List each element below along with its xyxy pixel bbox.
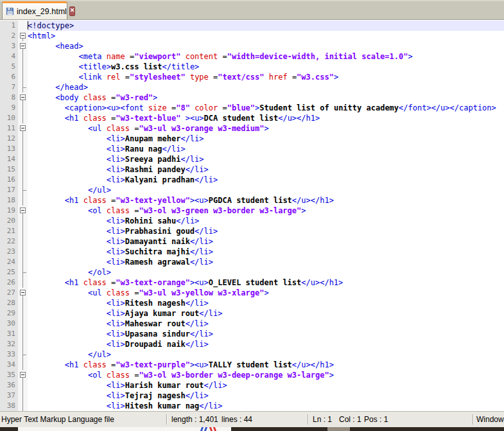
code-line[interactable]: 19<ol class ="w3-ol w3-green w3-border w… xyxy=(0,206,504,216)
code-line[interactable]: 14<li>Sreeya padhi</li> xyxy=(0,154,504,164)
taskbar-segment xyxy=(0,427,18,431)
code-line[interactable]: 37<li>Tejraj nagesh</li> xyxy=(0,391,504,401)
code-line[interactable]: 27<ul class ="w3-ul w3-yellow w3-xlarge"… xyxy=(0,288,504,298)
code-editor[interactable]: 1<!doctype>2<html>3<head>4<meta name ="v… xyxy=(0,21,504,411)
code-line[interactable]: 38<li>Hitesh kumar nag</li> xyxy=(0,401,504,411)
code-line[interactable]: 7</head> xyxy=(0,82,504,92)
code-text[interactable]: <ul class ="w3-ul w3-orange w3-medium"> xyxy=(28,123,504,134)
code-text[interactable]: <li>Ritesh nagesh</li> xyxy=(28,298,504,308)
line-number: 24 xyxy=(0,257,18,267)
code-line[interactable]: 24<li>Ramesh agrawal</li> xyxy=(0,257,504,267)
code-line[interactable]: 2<html> xyxy=(0,31,504,41)
code-text[interactable]: <li>Ranu nag</li> xyxy=(28,144,504,154)
code-line[interactable]: 22<li>Damayanti naik</li> xyxy=(0,236,504,247)
code-text[interactable]: <li>Hitesh kumar nag</li> xyxy=(28,401,504,411)
line-number: 19 xyxy=(0,206,18,216)
code-text[interactable]: </ol> xyxy=(28,267,504,277)
code-text[interactable]: <!doctype> xyxy=(28,21,504,31)
line-number: 7 xyxy=(0,82,18,92)
code-line[interactable]: 35<ol class ="w3-ol w3-border w3-deep-or… xyxy=(0,370,504,380)
code-line[interactable]: 10<h1 class ="w3-text-blue" ><u>DCA stud… xyxy=(0,113,504,123)
fold-collapse-button[interactable] xyxy=(18,206,28,216)
code-text[interactable]: <li>Upasana sindur</li> xyxy=(28,329,504,339)
code-text[interactable]: <head> xyxy=(28,41,504,51)
code-line[interactable]: 33</ul> xyxy=(0,349,504,360)
code-line[interactable]: 18<h1 class ="w3-text-yellow"><u>PGDCA s… xyxy=(0,195,504,206)
line-number: 18 xyxy=(0,195,18,206)
code-text[interactable]: <li>Rohini sahu</li> xyxy=(28,216,504,226)
status-length: length : 1,401 xyxy=(171,415,218,424)
code-text[interactable]: <li>Maheswar rout</li> xyxy=(28,319,504,329)
code-text[interactable]: <li>Tejraj nagesh</li> xyxy=(28,391,504,401)
code-text[interactable]: </head> xyxy=(28,82,504,92)
code-text[interactable]: <caption><u><font size ="8" color ="blue… xyxy=(28,103,504,113)
code-line[interactable]: 26<h1 class ="w3-text-orange"><u>O_LEVEL… xyxy=(0,277,504,288)
line-number: 20 xyxy=(0,216,18,226)
fold-collapse-button[interactable] xyxy=(18,92,28,103)
line-number: 1 xyxy=(0,21,18,31)
code-text[interactable]: <li>Prabhasini goud</li> xyxy=(28,226,504,236)
fold-collapse-button[interactable] xyxy=(18,31,28,41)
status-doc-type: Hyper Text Markup Language file xyxy=(1,415,114,424)
line-number: 12 xyxy=(0,134,18,144)
taskbar-window-edge xyxy=(18,427,231,431)
code-text[interactable]: <ol class ="w3-ol w3-green w3-border w3-… xyxy=(28,206,504,216)
code-line[interactable]: 29<li>Ajaya kumar rout</li> xyxy=(0,308,504,319)
code-text[interactable]: <li>Droupadi naik</li> xyxy=(28,339,504,349)
code-line[interactable]: 5<title>w3.css list</title> xyxy=(0,62,504,72)
code-line[interactable]: 32<li>Droupadi naik</li> xyxy=(0,339,504,349)
code-line[interactable]: 23<li>Suchitra majhi</li> xyxy=(0,247,504,257)
code-text[interactable]: <h1 class ="w3-text-blue" ><u>DCA studen… xyxy=(28,113,504,123)
code-text[interactable]: <h1 class ="w3-text-yellow"><u>PGDCA stu… xyxy=(28,195,504,206)
code-line[interactable]: 12<li>Anupam meher</li> xyxy=(0,134,504,144)
code-text[interactable]: <li>Anupam meher</li> xyxy=(28,134,504,144)
code-line[interactable]: 20<li>Rohini sahu</li> xyxy=(0,216,504,226)
code-line[interactable]: 17</ul> xyxy=(0,185,504,195)
code-text[interactable]: <title>w3.css list</title> xyxy=(28,62,504,72)
code-line[interactable]: 11<ul class ="w3-ul w3-orange w3-medium"… xyxy=(0,123,504,134)
code-line[interactable]: 15<li>Rashmi pandey</li> xyxy=(0,164,504,175)
fold-collapse-button[interactable] xyxy=(18,288,28,298)
code-text[interactable]: <h1 class ="w3-text-purple"><u>TALLY stu… xyxy=(28,360,504,370)
fold-collapse-button[interactable] xyxy=(18,370,28,380)
code-line[interactable]: 36<li>Harish kumar rout</li> xyxy=(0,380,504,391)
code-text[interactable]: <h1 class ="w3-text-orange"><u>O_LEVEL s… xyxy=(28,277,504,288)
code-text[interactable]: <li>Sreeya padhi</li> xyxy=(28,154,504,164)
code-text[interactable]: <li>Suchitra majhi</li> xyxy=(28,247,504,257)
line-number: 22 xyxy=(0,236,18,247)
code-line[interactable]: 34<h1 class ="w3-text-purple"><u>TALLY s… xyxy=(0,360,504,370)
code-line[interactable]: 16<li>Kalyani pradhan</li> xyxy=(0,175,504,185)
code-line[interactable]: 13<li>Ranu nag</li> xyxy=(0,144,504,154)
code-line[interactable]: 31<li>Upasana sindur</li> xyxy=(0,329,504,339)
code-line[interactable]: 3<head> xyxy=(0,41,504,51)
code-text[interactable]: <html> xyxy=(28,31,504,41)
code-text[interactable]: <ol class ="w3-ol w3-border w3-deep-oran… xyxy=(28,370,504,380)
code-line[interactable]: 4<meta name ="viewport" content ="width=… xyxy=(0,51,504,62)
code-text[interactable]: </ul> xyxy=(28,185,504,195)
code-line[interactable]: 30<li>Maheswar rout</li> xyxy=(0,319,504,329)
code-text[interactable]: <li>Ajaya kumar rout</li> xyxy=(28,308,504,319)
code-line[interactable]: 21<li>Prabhasini goud</li> xyxy=(0,226,504,236)
code-text[interactable]: <body class ="w3-red"> xyxy=(28,92,504,103)
code-line[interactable]: 28<li>Ritesh nagesh</li> xyxy=(0,298,504,308)
code-line[interactable]: 1<!doctype> xyxy=(0,21,504,31)
code-text[interactable]: <li>Kalyani pradhan</li> xyxy=(28,175,504,185)
code-line[interactable]: 6<link rel ="stylesheet" type ="text/css… xyxy=(0,72,504,82)
code-text[interactable]: <ul class ="w3-ul w3-yellow w3-xlarge"> xyxy=(28,288,504,298)
code-text[interactable]: <meta name ="viewport" content ="width=d… xyxy=(28,51,504,62)
code-text[interactable]: <li>Ramesh agrawal</li> xyxy=(28,257,504,267)
code-text[interactable]: <li>Harish kumar rout</li> xyxy=(28,380,504,391)
tab-close-icon[interactable]: ✕ xyxy=(69,6,76,16)
code-line[interactable]: 25</ol> xyxy=(0,267,504,277)
code-line[interactable]: 8<body class ="w3-red"> xyxy=(0,92,504,103)
code-text[interactable]: </ul> xyxy=(28,349,504,360)
code-text[interactable]: <li>Rashmi pandey</li> xyxy=(28,164,504,175)
fold-collapse-button[interactable] xyxy=(18,123,28,134)
code-line[interactable]: 9<caption><u><font size ="8" color ="blu… xyxy=(0,103,504,113)
line-number: 3 xyxy=(0,41,18,51)
code-text[interactable]: <li>Damayanti naik</li> xyxy=(28,236,504,247)
fold-collapse-button[interactable] xyxy=(18,41,28,51)
tab-index-29-html[interactable]: index_29.html ✕ xyxy=(2,1,67,19)
fold-margin xyxy=(18,277,28,288)
code-text[interactable]: <link rel ="stylesheet" type ="text/css"… xyxy=(28,72,504,82)
